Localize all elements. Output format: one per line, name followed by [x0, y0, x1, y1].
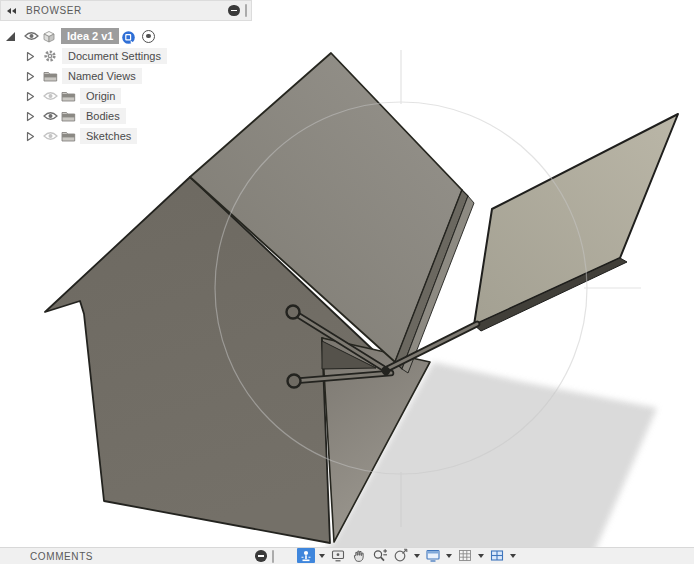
hinge-pivot-upper[interactable] [287, 306, 300, 319]
tree-row-bodies[interactable]: Bodies [0, 106, 252, 126]
panel-grip[interactable] [245, 4, 248, 17]
zoom-button[interactable] [371, 548, 389, 563]
orbit-icon [298, 549, 314, 563]
folder-icon [59, 91, 77, 102]
zoom-magnifier-icon [372, 548, 389, 563]
folder-icon [59, 111, 77, 122]
browser-tree: Idea 2 v1 D [0, 26, 252, 146]
folder-icon [59, 131, 77, 142]
expand-arrow-icon[interactable] [26, 71, 35, 82]
orbit-dropdown-caret[interactable] [319, 554, 325, 558]
tree-item-label[interactable]: Origin [80, 88, 121, 104]
display-settings-dropdown-caret[interactable] [446, 554, 452, 558]
display-settings-button[interactable] [424, 548, 442, 563]
tree-item-label[interactable]: Bodies [80, 108, 126, 124]
browser-header[interactable]: BROWSER [0, 0, 252, 21]
document-root-label[interactable]: Idea 2 v1 [61, 28, 119, 44]
fusion-viewport: BROWSER Idea 2 v1 [0, 0, 694, 564]
look-at-button[interactable] [329, 548, 347, 563]
eye-hidden-icon[interactable] [41, 131, 59, 141]
fit-dropdown-caret[interactable] [414, 554, 420, 558]
activate-component-radio[interactable] [142, 30, 155, 43]
fit-button[interactable] [392, 548, 410, 563]
eye-icon[interactable] [22, 31, 40, 41]
eye-hidden-icon[interactable] [41, 91, 59, 101]
browser-panel: BROWSER Idea 2 v1 [0, 0, 252, 146]
open-lid-panel[interactable] [474, 114, 678, 325]
tree-row-document-settings[interactable]: Document Settings [0, 46, 252, 66]
tree-item-label[interactable]: Named Views [62, 68, 142, 84]
comments-bar: COMMENTS [0, 547, 694, 564]
tree-item-label[interactable]: Sketches [80, 128, 137, 144]
viewports-button[interactable] [488, 548, 506, 563]
tree-row-origin[interactable]: Origin [0, 86, 252, 106]
expand-arrow-icon[interactable] [26, 91, 35, 102]
remove-panel-icon[interactable] [228, 5, 240, 17]
collapse-panel-icon[interactable] [7, 8, 16, 14]
expand-arrow-icon[interactable] [26, 111, 35, 122]
pan-button[interactable] [350, 548, 368, 563]
browser-title: BROWSER [26, 5, 82, 16]
expand-triangle-icon[interactable] [6, 32, 15, 41]
display-settings-icon [425, 548, 441, 563]
grid-icon [457, 548, 473, 563]
remove-comments-panel-icon[interactable] [255, 550, 267, 562]
pan-hand-icon [351, 548, 367, 563]
look-at-icon [330, 548, 346, 563]
viewports-dropdown-caret[interactable] [510, 554, 516, 558]
tree-row-root[interactable]: Idea 2 v1 [0, 26, 252, 46]
orbit-button[interactable] [297, 548, 315, 563]
gear-icon [41, 49, 59, 63]
folder-icon [41, 71, 59, 82]
navigation-toolbar [297, 547, 517, 564]
grid-snaps-button[interactable] [456, 548, 474, 563]
tree-row-sketches[interactable]: Sketches [0, 126, 252, 146]
component-cube-icon [40, 29, 58, 44]
eye-visible-icon[interactable] [41, 111, 59, 121]
grid-snaps-dropdown-caret[interactable] [478, 554, 484, 558]
fit-icon [393, 548, 409, 563]
hinge-pivot-lower[interactable] [288, 375, 301, 388]
tree-item-label[interactable]: Document Settings [62, 48, 167, 64]
tree-row-named-views[interactable]: Named Views [0, 66, 252, 86]
viewports-icon [489, 548, 505, 563]
expand-arrow-icon[interactable] [26, 131, 35, 142]
hinge-knot [382, 367, 390, 375]
cloud-document-badge-icon [122, 30, 135, 43]
comments-title: COMMENTS [30, 551, 93, 562]
expand-arrow-icon[interactable] [26, 51, 35, 62]
comments-panel-grip[interactable] [272, 550, 275, 563]
